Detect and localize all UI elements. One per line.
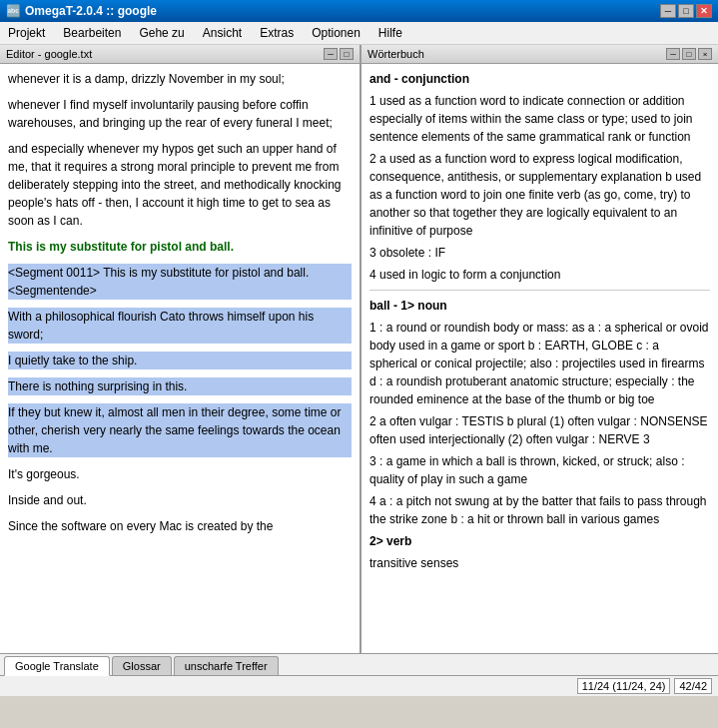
title-bar-left: 🔤 OmegaT-2.0.4 :: google xyxy=(6,4,157,18)
dict-header-controls: ─ □ × xyxy=(666,48,712,60)
segment-marker: <Segment 0011> This is my substitute for… xyxy=(8,266,309,298)
menu-optionen[interactable]: Optionen xyxy=(308,24,364,42)
status-position: 11/24 (11/24, 24) xyxy=(577,678,671,694)
list-item: It's gorgeous. xyxy=(8,465,352,483)
paragraph-text: whenever it is a damp, drizzly November … xyxy=(8,72,285,86)
title-bar: 🔤 OmegaT-2.0.4 :: google ─ □ ✕ xyxy=(0,0,718,22)
editor-title: Editor - google.txt xyxy=(6,48,92,60)
tab-google-translate[interactable]: Google Translate xyxy=(4,656,110,676)
editor-content[interactable]: whenever it is a damp, drizzly November … xyxy=(0,64,359,653)
dict-def: transitive senses xyxy=(369,554,710,572)
dict-content[interactable]: and - conjunction 1 used as a function w… xyxy=(361,64,718,653)
dict-def: 2> verb xyxy=(369,532,710,550)
tab-unscharfe-treffer[interactable]: unscharfe Treffer xyxy=(174,656,279,675)
editor-restore-btn[interactable]: □ xyxy=(340,48,354,60)
status-bar: 11/24 (11/24, 24) 42/42 xyxy=(0,675,718,696)
menu-gehe-zu[interactable]: Gehe zu xyxy=(135,24,188,42)
paragraph-text: There is nothing surprising in this. xyxy=(8,379,187,393)
dict-word-ball: ball - 1> noun xyxy=(369,299,447,313)
dict-close-btn[interactable]: × xyxy=(698,48,712,60)
paragraph-text: Inside and out. xyxy=(8,493,87,507)
maximize-button[interactable]: □ xyxy=(678,4,694,18)
minimize-button[interactable]: ─ xyxy=(660,4,676,18)
dict-restore-btn[interactable]: □ xyxy=(682,48,696,60)
dict-word-and: and - conjunction xyxy=(369,72,469,86)
menu-extras[interactable]: Extras xyxy=(256,24,298,42)
active-segment-text: This is my substitute for pistol and bal… xyxy=(8,240,234,254)
dict-def: 3 obsolete : IF xyxy=(369,244,710,262)
menu-bearbeiten[interactable]: Bearbeiten xyxy=(59,24,125,42)
dict-minimize-btn[interactable]: ─ xyxy=(666,48,680,60)
dict-def: 2 a often vulgar : TESTIS b plural (1) o… xyxy=(369,412,710,448)
title-bar-controls: ─ □ ✕ xyxy=(660,4,712,18)
menu-bar: Projekt Bearbeiten Gehe zu Ansicht Extra… xyxy=(0,22,718,45)
editor-minimize-btn[interactable]: ─ xyxy=(324,48,338,60)
list-item: This is my substitute for pistol and bal… xyxy=(8,238,352,256)
list-item[interactable]: <Segment 0011> This is my substitute for… xyxy=(8,264,352,300)
editor-panel-header: Editor - google.txt ─ □ xyxy=(0,45,359,64)
dict-entry-ball: ball - 1> noun 1 : a round or roundish b… xyxy=(369,297,710,572)
app-icon: 🔤 xyxy=(6,4,21,18)
list-item: Since the software on every Mac is creat… xyxy=(8,517,352,535)
paragraph-text: whenever I find myself involuntarily pau… xyxy=(8,98,333,130)
window-title: OmegaT-2.0.4 :: google xyxy=(25,4,157,18)
paragraph-text: and especially whenever my hypos get suc… xyxy=(8,142,342,228)
paragraph-text: With a philosophical flourish Cato throw… xyxy=(8,310,314,342)
list-item[interactable]: There is nothing surprising in this. xyxy=(8,377,352,395)
dict-def: 3 : a game in which a ball is thrown, ki… xyxy=(369,452,710,488)
list-item[interactable]: If they but knew it, almost all men in t… xyxy=(8,403,352,457)
editor-header-controls: ─ □ xyxy=(324,48,354,60)
paragraph-text: It's gorgeous. xyxy=(8,467,80,481)
paragraph-text: If they but knew it, almost all men in t… xyxy=(8,405,341,455)
menu-hilfe[interactable]: Hilfe xyxy=(374,24,406,42)
menu-ansicht[interactable]: Ansicht xyxy=(199,24,246,42)
dict-def: 4 used in logic to form a conjunction xyxy=(369,266,710,284)
dict-entry-and: and - conjunction 1 used as a function w… xyxy=(369,70,710,284)
main-area: Editor - google.txt ─ □ whenever it is a… xyxy=(0,45,718,653)
close-button[interactable]: ✕ xyxy=(696,4,712,18)
editor-panel: Editor - google.txt ─ □ whenever it is a… xyxy=(0,45,361,653)
tab-glossar[interactable]: Glossar xyxy=(112,656,172,675)
menu-projekt[interactable]: Projekt xyxy=(4,24,49,42)
list-item: Inside and out. xyxy=(8,491,352,509)
list-item: and especially whenever my hypos get suc… xyxy=(8,140,352,230)
status-count: 42/42 xyxy=(674,678,712,694)
dict-def: 4 a : a pitch not swung at by the batter… xyxy=(369,492,710,528)
dict-def: 1 : a round or roundish body or mass: as… xyxy=(369,319,710,408)
dict-title: Wörterbuch xyxy=(367,48,424,60)
dict-def: 1 used as a function word to indicate co… xyxy=(369,92,710,146)
dict-def: 2 a used as a function word to express l… xyxy=(369,150,710,240)
paragraph-text: I quietly take to the ship. xyxy=(8,354,137,367)
paragraph-text: Since the software on every Mac is creat… xyxy=(8,519,273,533)
dict-divider xyxy=(369,290,710,291)
dict-panel: Wörterbuch ─ □ × and - conjunction 1 use… xyxy=(361,45,718,653)
list-item[interactable]: With a philosophical flourish Cato throw… xyxy=(8,308,352,344)
list-item: whenever I find myself involuntarily pau… xyxy=(8,96,352,132)
tabs-bar: Google Translate Glossar unscharfe Treff… xyxy=(0,653,718,675)
dict-panel-header: Wörterbuch ─ □ × xyxy=(361,45,718,64)
list-item: whenever it is a damp, drizzly November … xyxy=(8,70,352,88)
list-item[interactable]: I quietly take to the ship. xyxy=(8,352,352,369)
